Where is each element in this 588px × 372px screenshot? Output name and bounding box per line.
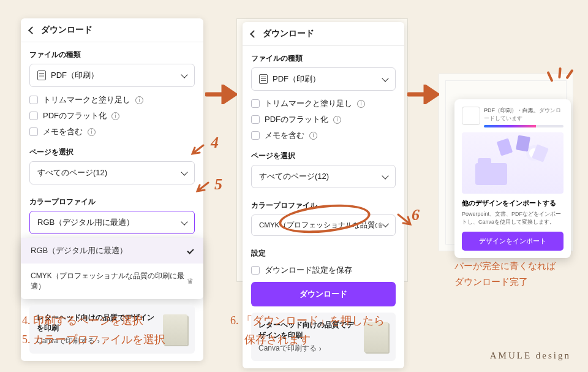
check-icon bbox=[187, 247, 194, 254]
click-indicator bbox=[191, 143, 208, 159]
pages-select[interactable]: すべてのページ(12) bbox=[251, 165, 396, 188]
file-label: PDF（印刷）・白黒、 bbox=[484, 107, 539, 113]
cmyk-option-label: CMYK（プロフェッショナルな品質の印刷に最適） bbox=[31, 271, 187, 292]
brand-label: AMULE design bbox=[490, 351, 571, 361]
import-button[interactable]: デザインをインポート bbox=[462, 232, 564, 251]
filetype-label: ファイルの種類 bbox=[21, 42, 203, 64]
rgb-option-label: RGB（デジタル用に最適） bbox=[31, 245, 127, 256]
checkbox-icon bbox=[251, 266, 260, 275]
document-icon bbox=[259, 74, 268, 84]
chevron-down-icon bbox=[382, 75, 388, 82]
import-illustration bbox=[462, 132, 564, 194]
pages-label: ページを選択 bbox=[21, 140, 203, 161]
download-progress-row: PDF（印刷）・白黒、ダウンロードしています bbox=[462, 107, 564, 127]
flatten-checkbox-row[interactable]: PDFのフラット化 i bbox=[21, 108, 203, 124]
trim-label: トリムマークと塗り足し bbox=[265, 98, 352, 109]
info-icon[interactable]: i bbox=[309, 132, 317, 140]
download-panel-1: ダウンロード ファイルの種類 PDF（印刷） トリムマークと塗り足し i PDF… bbox=[21, 18, 203, 361]
dropdown-item-rgb[interactable]: RGB（デジタル用に最適） bbox=[21, 238, 203, 264]
step-number-5: 5 bbox=[214, 175, 222, 194]
crown-icon: ♛ bbox=[187, 277, 194, 286]
progress-bar bbox=[484, 125, 564, 127]
progress-fill bbox=[484, 125, 536, 127]
click-indicator bbox=[394, 212, 413, 229]
colorprofile-label: カラープロファイル bbox=[243, 193, 404, 214]
promo-thumbnail bbox=[163, 314, 187, 345]
panel-title: ダウンロード bbox=[263, 28, 314, 39]
flatten-label: PDFのフラット化 bbox=[265, 114, 328, 125]
chevron-down-icon bbox=[181, 218, 187, 225]
colorprofile-label: カラープロファイル bbox=[21, 189, 203, 211]
filetype-select[interactable]: PDF（印刷） bbox=[251, 67, 396, 91]
chevron-down-icon bbox=[382, 172, 388, 179]
memo-label: メモを含む bbox=[265, 130, 304, 141]
settings-label: 設定 bbox=[243, 241, 404, 262]
panel-header[interactable]: ダウンロード bbox=[243, 22, 404, 46]
import-button-label: デザインをインポート bbox=[479, 237, 546, 245]
document-icon bbox=[37, 70, 46, 80]
back-icon bbox=[28, 26, 36, 34]
filetype-value: PDF（印刷） bbox=[51, 70, 99, 81]
import-title: 他のデザインをインポートする bbox=[462, 199, 564, 208]
memo-checkbox-row[interactable]: メモを含む i bbox=[243, 127, 404, 143]
save-settings-row[interactable]: ダウンロード設定を保存 bbox=[243, 262, 404, 278]
info-icon[interactable]: i bbox=[357, 100, 365, 108]
checkbox-icon bbox=[251, 99, 260, 108]
pages-label: ページを選択 bbox=[243, 143, 404, 165]
caption-left: 4. 印刷するページを選択 5. カラープロファイルを選択 bbox=[22, 311, 165, 349]
panel-title: ダウンロード bbox=[41, 25, 92, 36]
back-icon bbox=[250, 30, 258, 38]
checkbox-icon bbox=[29, 96, 38, 104]
caption-mid: 6. 「ダウンロード」を押したら 保存されます bbox=[230, 311, 385, 349]
file-thumbnail bbox=[462, 107, 480, 125]
filetype-label: ファイルの種類 bbox=[243, 46, 404, 67]
checkbox-icon bbox=[29, 112, 38, 120]
import-desc: Powerpoint、文書、PDFなどをインポートし、Canvaを使用して変換し… bbox=[462, 210, 564, 226]
colorprofile-value: CMYK（プロフェッショナルな品質の印刷に最… bbox=[259, 221, 377, 230]
memo-label: メモを含む bbox=[43, 126, 83, 137]
info-icon[interactable]: i bbox=[111, 112, 119, 120]
click-indicator bbox=[196, 180, 213, 196]
save-settings-label: ダウンロード設定を保存 bbox=[265, 265, 352, 276]
filetype-select[interactable]: PDF（印刷） bbox=[29, 64, 195, 87]
info-icon[interactable]: i bbox=[88, 128, 96, 136]
pages-value: すべてのページ(12) bbox=[37, 167, 107, 178]
pages-select[interactable]: すべてのページ(12) bbox=[29, 161, 195, 184]
checkbox-icon bbox=[29, 127, 38, 136]
step-number-6: 6 bbox=[412, 206, 420, 224]
download-button-label: ダウンロード bbox=[300, 289, 347, 298]
trim-checkbox-row[interactable]: トリムマークと塗り足し i bbox=[21, 92, 203, 108]
import-card: PDF（印刷）・白黒、ダウンロードしています 他のデザインをインポートする Po… bbox=[454, 99, 571, 258]
info-icon[interactable]: i bbox=[333, 116, 341, 124]
panel-header[interactable]: ダウンロード bbox=[21, 18, 203, 42]
pages-value: すべてのページ(12) bbox=[259, 171, 329, 182]
chevron-down-icon bbox=[181, 71, 187, 78]
memo-checkbox-row[interactable]: メモを含む i bbox=[21, 124, 203, 140]
colorprofile-select[interactable]: RGB（デジタル用に最適） bbox=[29, 211, 195, 234]
checkbox-icon bbox=[251, 115, 260, 124]
chevron-down-icon bbox=[181, 169, 187, 175]
colorprofile-select[interactable]: CMYK（プロフェッショナルな品質の印刷に最… ♛ bbox=[251, 214, 396, 236]
trim-label: トリムマークと塗り足し bbox=[43, 94, 130, 105]
colorprofile-value: RGB（デジタル用に最適） bbox=[37, 217, 134, 228]
step-number-4: 4 bbox=[211, 134, 219, 152]
trim-checkbox-row[interactable]: トリムマークと塗り足し i bbox=[243, 96, 404, 112]
flatten-label: PDFのフラット化 bbox=[43, 110, 107, 121]
arrow-right-icon bbox=[205, 85, 237, 104]
colorprofile-dropdown: RGB（デジタル用に最適） CMYK（プロフェッショナルな品質の印刷に最適） ♛ bbox=[21, 238, 203, 299]
dropdown-item-cmyk[interactable]: CMYK（プロフェッショナルな品質の印刷に最適） ♛ bbox=[21, 264, 203, 299]
flatten-checkbox-row[interactable]: PDFのフラット化 i bbox=[243, 112, 404, 127]
checkbox-icon bbox=[251, 131, 260, 140]
info-icon[interactable]: i bbox=[135, 96, 143, 104]
caption-right: バーが完全に青くなれば ダウンロード完了 bbox=[454, 259, 556, 290]
arrow-right-icon bbox=[407, 85, 439, 104]
download-button[interactable]: ダウンロード bbox=[251, 282, 396, 306]
filetype-value: PDF（印刷） bbox=[273, 74, 320, 85]
